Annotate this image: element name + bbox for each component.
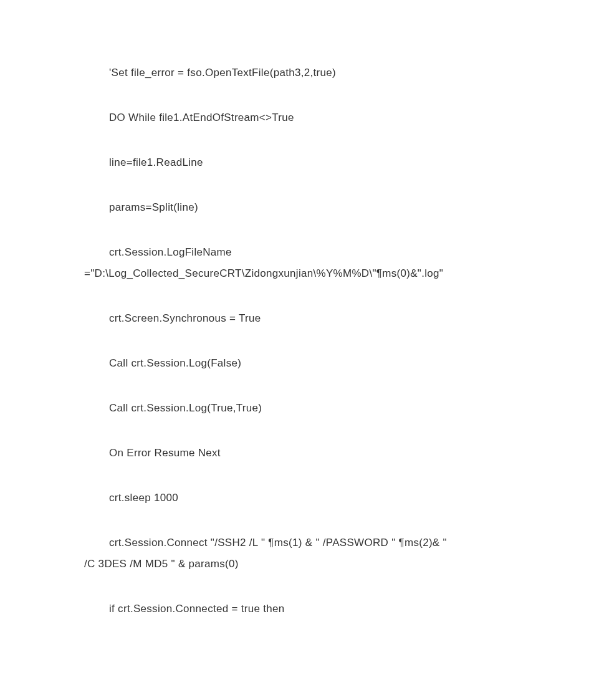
document-page: 'Set file_error = fso.OpenTextFile(path3… xyxy=(0,0,589,700)
code-line: On Error Resume Next xyxy=(84,443,505,464)
code-line: ="D:\Log_Collected_SecureCRT\Zidongxunji… xyxy=(84,263,505,284)
code-line: crt.Session.LogFileName xyxy=(84,242,505,263)
code-line: line=file1.ReadLine xyxy=(84,152,505,173)
code-line-group: crt.Session.Connect "/SSH2 /L " ¶ms(1) &… xyxy=(84,532,505,575)
code-line: params=Split(line) xyxy=(84,197,505,218)
code-line: Call crt.Session.Log(False) xyxy=(84,353,505,374)
code-line-group: crt.Session.LogFileName ="D:\Log_Collect… xyxy=(84,242,505,284)
code-line: Call crt.Session.Log(True,True) xyxy=(84,398,505,419)
code-line: crt.Screen.Synchronous = True xyxy=(84,308,505,329)
code-line: /C 3DES /M MD5 " & params(0) xyxy=(84,554,505,575)
code-line: crt.Session.Connect "/SSH2 /L " ¶ms(1) &… xyxy=(84,532,505,554)
code-line: crt.sleep 1000 xyxy=(84,487,505,509)
code-line: 'Set file_error = fso.OpenTextFile(path3… xyxy=(84,62,505,84)
code-line: if crt.Session.Connected = true then xyxy=(84,598,505,620)
code-line: DO While file1.AtEndOfStream<>True xyxy=(84,107,505,128)
